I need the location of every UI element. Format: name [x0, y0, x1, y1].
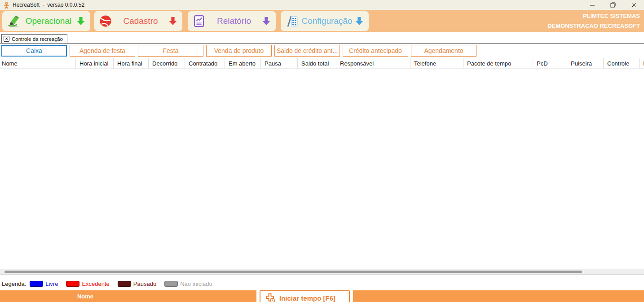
report-chart-icon	[192, 14, 206, 28]
tab-label: Controle da recreação	[12, 36, 63, 42]
legend-item-livre: Livre	[30, 280, 58, 287]
legend-label-livre: Livre	[45, 280, 58, 287]
nav-button-festa[interactable]: Festa	[138, 45, 203, 57]
menu-relatorio[interactable]: Relatório	[188, 11, 276, 31]
configuracao-dropdown-arrow-icon	[355, 17, 363, 26]
tab-close-icon[interactable]: ✕	[4, 36, 9, 42]
legend-label-nao-iniciado: Não iniciado	[180, 280, 212, 287]
minimize-icon	[590, 3, 595, 8]
menu-cadastro[interactable]: Cadastro	[94, 11, 182, 31]
column-header-controle[interactable]: Controle	[603, 58, 639, 69]
legend-swatch-livre	[30, 281, 43, 287]
column-header-pausa[interactable]: Pausa	[260, 58, 297, 69]
legend-item-pausado: Pausado	[118, 280, 156, 287]
restore-button[interactable]	[603, 0, 623, 10]
column-header-contratado[interactable]: Contratado	[185, 58, 225, 69]
column-header-decorrido[interactable]: Decorrido	[148, 58, 185, 69]
horizontal-scrollbar[interactable]	[0, 269, 644, 275]
iniciar-tempo-label: Iniciar tempo [F6]	[279, 294, 335, 302]
column-header-hora-final[interactable]: Hora final	[113, 58, 148, 69]
tab-strip: ✕ Controle da recreação	[0, 32, 644, 44]
nav-button-venda-de-produto[interactable]: Venda de produto	[206, 45, 272, 57]
scrollbar-thumb[interactable]	[4, 271, 582, 273]
legend-title: Legenda:	[2, 280, 26, 287]
column-header-pcd[interactable]: PcD	[533, 58, 567, 69]
tab-controle-da-recreacao[interactable]: ✕ Controle da recreação	[1, 34, 67, 43]
nav-button-saldo-de-credito[interactable]: Saldo de crédito ant...	[274, 45, 340, 57]
nav-button-row: Caixa Agenda de festa Festa Venda de pro…	[1, 45, 476, 57]
nav-button-agenda-de-festa[interactable]: Agenda de festa	[70, 45, 135, 57]
column-header-pulseira[interactable]: Pulseira	[567, 58, 603, 69]
bottom-grid-header-left: Nome	[0, 290, 256, 302]
status-legend: Legenda: Livre Excedente Pausado Não ini…	[2, 278, 221, 289]
legend-label-excedente: Excedente	[82, 280, 109, 287]
menu-relatorio-label: Relatório	[206, 16, 262, 26]
domino-icon	[285, 14, 299, 28]
iniciar-tempo-button[interactable]: Iniciar tempo [F6]	[260, 290, 350, 302]
title-bar: RecreaSoft - versão 0.0.0.52	[0, 0, 644, 10]
license-name: DEMONSTRACAO RECREASOFT	[547, 21, 640, 31]
nav-button-caixa[interactable]: Caixa	[1, 45, 67, 57]
window-title: RecreaSoft - versão 0.0.0.52	[13, 2, 84, 8]
close-button[interactable]	[623, 0, 644, 10]
operacional-dropdown-arrow-icon	[77, 17, 85, 26]
column-header-hora-inicial[interactable]: Hora inicial	[75, 58, 113, 69]
add-time-icon	[265, 293, 276, 302]
cadastro-dropdown-arrow-icon	[169, 17, 177, 26]
close-icon	[631, 3, 636, 8]
bottom-grid-header-right	[353, 290, 644, 302]
menu-configuracao[interactable]: Configuração	[281, 11, 369, 31]
legend-label-pausado: Pausado	[133, 280, 156, 287]
column-header-em-aberto[interactable]: Em aberto	[225, 58, 260, 69]
column-header-pacote-de-tempo[interactable]: Pacote de tempo	[463, 58, 533, 69]
grid-header-row: Nome Hora inicial Hora final Decorrido C…	[0, 58, 644, 69]
tennis-ball-icon	[99, 14, 112, 28]
highlighter-icon	[7, 14, 20, 28]
legend-item-excedente: Excedente	[66, 280, 109, 287]
column-header-responsavel[interactable]: Responsável	[336, 58, 410, 69]
column-header-telefone[interactable]: Telefone	[410, 58, 463, 69]
menu-operacional[interactable]: Operacional	[2, 11, 90, 31]
legend-swatch-pausado	[118, 281, 131, 287]
app-gingerbread-icon	[3, 2, 10, 9]
menu-cadastro-label: Cadastro	[112, 16, 169, 26]
bottom-column-header-nome[interactable]: Nome	[0, 290, 171, 302]
nav-button-credito-antecipado[interactable]: Crédito antecipado	[343, 45, 408, 57]
menu-operacional-label: Operacional	[20, 16, 77, 26]
relatorio-dropdown-arrow-icon	[262, 17, 270, 26]
menu-configuracao-label: Configuração	[299, 16, 355, 26]
restore-icon	[610, 2, 616, 8]
minimize-button[interactable]	[582, 0, 603, 10]
legend-swatch-nao-iniciado	[164, 281, 178, 287]
legend-swatch-excedente	[66, 281, 79, 287]
column-header-id[interactable]: Id	[639, 58, 644, 69]
company-info: PLIMTEC SISTEMAS DEMONSTRACAO RECREASOFT	[547, 11, 640, 31]
company-name: PLIMTEC SISTEMAS	[547, 11, 640, 21]
column-header-nome[interactable]: Nome	[0, 58, 75, 69]
column-header-saldo-total[interactable]: Saldo total	[297, 58, 336, 69]
nav-button-agendamento[interactable]: Agendamento	[411, 45, 476, 57]
legend-item-nao-iniciado: Não iniciado	[164, 280, 212, 287]
main-toolbar: Operacional Cadastro Relatório	[0, 10, 644, 32]
